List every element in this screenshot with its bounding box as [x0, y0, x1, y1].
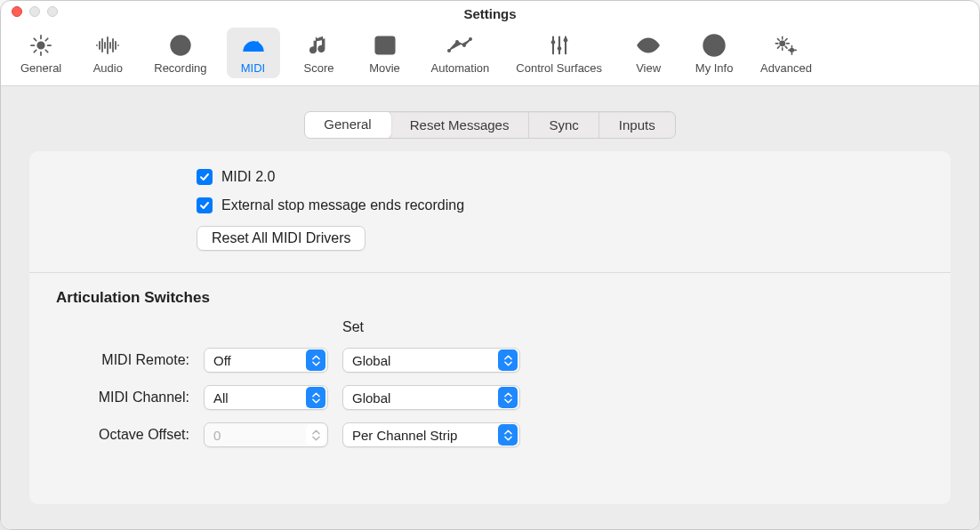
toolbar-item-recording[interactable]: Recording: [147, 28, 213, 78]
toolbar-item-score[interactable]: Score: [293, 28, 346, 78]
window-title: Settings: [463, 6, 516, 21]
toolbar-label: General: [20, 61, 61, 75]
popup-arrows-icon: [306, 349, 325, 371]
articulation-grid: Set MIDI Remote: Off Global MIDI Channel…: [56, 319, 924, 447]
gear-icon: [25, 33, 57, 58]
svg-point-15: [563, 38, 567, 43]
gears-icon: [770, 33, 802, 58]
svg-point-14: [557, 46, 561, 51]
waveform-icon: [92, 33, 124, 58]
toolbar-item-my-info[interactable]: My Info: [687, 28, 741, 78]
toolbar-label: Movie: [369, 61, 400, 75]
popup-arrows-icon: [498, 349, 518, 371]
set-column-header: Set: [342, 319, 520, 335]
checkbox-external-stop-row: External stop message ends recording: [197, 197, 924, 213]
midi-remote-set-select[interactable]: Global: [342, 348, 520, 373]
minimize-window-button[interactable]: [29, 6, 40, 17]
checkbox-midi-2-0[interactable]: [197, 169, 213, 185]
popup-arrows-icon: [498, 424, 518, 446]
svg-point-11: [462, 44, 466, 47]
reset-all-midi-drivers-button[interactable]: Reset All MIDI Drivers: [197, 226, 365, 251]
checkbox-label: MIDI 2.0: [221, 169, 275, 185]
zoom-window-button[interactable]: [47, 6, 58, 17]
titlebar: Settings: [1, 1, 979, 26]
select-value: Global: [352, 353, 390, 368]
subtab-segmented-control: General Reset Messages Sync Inputs: [304, 111, 675, 139]
sliders-icon: [543, 33, 575, 58]
automation-curve-icon: [444, 33, 476, 58]
checkmark-icon: [199, 172, 210, 182]
octave-offset-label: Octave Offset:: [56, 427, 189, 443]
eye-icon: [632, 33, 664, 58]
content-area: General Reset Messages Sync Inputs MIDI …: [1, 86, 979, 529]
record-icon: [165, 33, 197, 58]
toolbar-item-view[interactable]: View: [622, 28, 675, 78]
svg-point-12: [469, 37, 472, 41]
svg-point-9: [447, 49, 451, 52]
toolbar-item-movie[interactable]: Movie: [358, 28, 412, 78]
checkbox-external-stop[interactable]: [197, 197, 213, 213]
music-notes-icon: [303, 33, 335, 58]
toolbar-label: Control Surfaces: [516, 61, 602, 75]
toolbar-label: Automation: [431, 61, 490, 75]
preferences-toolbar: General Audio Recording MIDI Score Movie: [1, 26, 979, 86]
close-window-button[interactable]: [12, 6, 22, 17]
select-value: Per Channel Strip: [352, 428, 457, 443]
subtab-general[interactable]: General: [304, 111, 390, 139]
divider: [29, 272, 951, 273]
user-circle-icon: [698, 33, 730, 58]
svg-point-7: [258, 47, 260, 49]
svg-point-19: [780, 41, 784, 45]
checkbox-midi-2-0-row: MIDI 2.0: [197, 169, 924, 185]
toolbar-item-advanced[interactable]: Advanced: [753, 28, 819, 78]
svg-point-6: [252, 41, 253, 43]
select-value: Global: [352, 390, 390, 406]
midi-channel-label: MIDI Channel:: [56, 389, 189, 406]
film-icon: [369, 33, 401, 58]
popup-arrows-icon: [306, 424, 325, 446]
svg-point-18: [711, 40, 718, 46]
midi-remote-select[interactable]: Off: [204, 348, 328, 373]
svg-point-4: [245, 47, 247, 49]
midi-channel-select[interactable]: All: [204, 385, 328, 410]
toolbar-label: Score: [304, 61, 334, 75]
toolbar-item-control-surfaces[interactable]: Control Surfaces: [509, 28, 609, 78]
subtab-inputs[interactable]: Inputs: [599, 112, 675, 138]
checkmark-icon: [199, 200, 210, 211]
toolbar-item-audio[interactable]: Audio: [81, 28, 134, 78]
toolbar-label: Audio: [93, 61, 123, 75]
subtab-sync[interactable]: Sync: [529, 112, 598, 138]
toolbar-item-midi[interactable]: MIDI: [227, 28, 280, 78]
toolbar-label: Recording: [154, 61, 206, 75]
toolbar-item-general[interactable]: General: [13, 28, 68, 78]
svg-point-16: [645, 42, 652, 49]
articulation-switches-title: Articulation Switches: [56, 289, 924, 307]
toolbar-label: View: [636, 61, 661, 75]
toolbar-item-automation[interactable]: Automation: [424, 28, 497, 78]
midi-remote-label: MIDI Remote:: [56, 352, 189, 368]
svg-point-5: [248, 44, 250, 45]
settings-panel: MIDI 2.0 External stop message ends reco…: [29, 151, 951, 504]
select-value: Off: [213, 353, 231, 368]
octave-offset-set-select[interactable]: Per Channel Strip: [342, 422, 520, 447]
svg-rect-8: [375, 37, 394, 54]
window-controls: [12, 6, 58, 17]
toolbar-label: MIDI: [241, 61, 265, 75]
gauge-icon: [237, 33, 269, 58]
toolbar-label: Advanced: [760, 61, 812, 75]
subtab-reset-messages[interactable]: Reset Messages: [390, 112, 530, 138]
svg-point-2: [177, 42, 184, 49]
midi-channel-set-select[interactable]: Global: [342, 385, 520, 410]
select-value: 0: [213, 428, 221, 443]
toolbar-label: My Info: [695, 61, 734, 75]
svg-point-13: [550, 40, 555, 44]
popup-arrows-icon: [306, 387, 325, 408]
popup-arrows-icon: [498, 387, 518, 408]
svg-point-0: [37, 42, 44, 48]
checkbox-label: External stop message ends recording: [221, 197, 464, 213]
select-value: All: [213, 390, 229, 406]
octave-offset-select[interactable]: 0: [204, 422, 328, 447]
svg-point-10: [455, 40, 459, 44]
